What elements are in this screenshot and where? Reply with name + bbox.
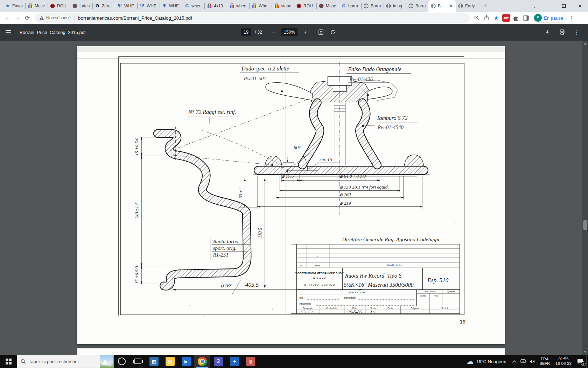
search-highlight-image[interactable] [100, 355, 113, 368]
address-bar: ← → ⟳ Non sécurisé borraniamericas.com/B… [0, 12, 588, 24]
scroll-up-icon[interactable] [582, 41, 588, 46]
tray-app-icon[interactable] [519, 355, 528, 368]
fit-page-icon[interactable] [317, 28, 325, 36]
tab-15-borra[interactable]: Gborra [339, 0, 361, 12]
app-photos-2-icon: ✦ [230, 357, 239, 366]
globe-icon [408, 3, 414, 9]
omnibox[interactable]: Non sécurisé borraniamericas.com/Borrani… [34, 13, 470, 23]
close-button[interactable]: ✕ [572, 0, 588, 12]
back-button[interactable]: ← [3, 13, 13, 23]
volume-icon[interactable] [528, 355, 537, 368]
tab-5-whe[interactable]: ΨWHE [115, 0, 137, 12]
task-view-button[interactable] [130, 355, 146, 368]
tb-n: N. [300, 264, 303, 267]
tab-9-4x13[interactable]: 4x13 [204, 0, 227, 12]
language-indicator[interactable]: FRA BEFR [537, 357, 553, 366]
taskbar-app-media-button[interactable]: ▶ [178, 355, 194, 368]
browser-menu-icon[interactable]: ⋮ [567, 15, 576, 21]
tab-17-imag[interactable]: imag [384, 0, 406, 12]
google-icon: G [184, 3, 190, 9]
label-raggi: N° 72 Raggi est. rinf. [188, 109, 236, 115]
tab-11-whe[interactable]: Whe [249, 0, 272, 12]
show-desktop-button[interactable] [586, 355, 588, 368]
minimize-button[interactable] [540, 0, 556, 12]
dim-17-5: ⌀ 17.5 [282, 173, 294, 179]
app-paint-icon: ◍ [246, 357, 255, 366]
tab-2-rou[interactable]: ROU [48, 0, 70, 12]
tb-scala: Scala [370, 307, 376, 309]
tab-8-whee[interactable]: Gwhee [182, 0, 204, 12]
print-icon[interactable] [558, 28, 566, 36]
browser-window: ★FavorMaseROULatesΘZeroΨWHEΨWHEΨWHEGwhee… [0, 0, 588, 355]
tb-company-2: M I L A N O [313, 277, 326, 280]
tab-7-whe[interactable]: ΨWHE [160, 0, 182, 12]
scrollbar-thumb[interactable] [583, 220, 587, 230]
side-panel-icon[interactable] [521, 13, 531, 23]
tb-esp: Esp. 510 [427, 277, 448, 284]
zoom-level[interactable]: 150% [281, 28, 298, 36]
taskbar-app-teams-button[interactable]: ᘏ [210, 355, 226, 368]
windows-logo-icon [6, 359, 12, 364]
pdf-scrollbar[interactable] [582, 41, 588, 355]
taskbar-app-paint-button[interactable]: ◍ [243, 355, 259, 368]
tab-1-mase[interactable]: Mase [25, 0, 48, 12]
tab-search-chevron-icon[interactable]: ⌄ [529, 1, 540, 11]
zoom-icon[interactable] [472, 13, 482, 23]
taskbar-clock[interactable]: 01:55 16-06-22 [553, 357, 574, 366]
tab-label: Zero [102, 4, 113, 8]
taskbar-file-explorer-button[interactable]: ▤ [162, 355, 178, 368]
extensions-puzzle-icon[interactable] [511, 13, 521, 23]
tab-4-zero[interactable]: ΘZero [92, 0, 115, 12]
scroll-down-icon[interactable] [582, 349, 588, 355]
tab-12-stanc[interactable]: stanc [272, 0, 294, 12]
weather-widget[interactable]: ☁ 19°C Nuageux [463, 357, 510, 366]
dim-130: ⌀ 130 ±0.1 n°4 fori equid. [340, 184, 389, 190]
taskbar-search-input[interactable]: Taper ici pour rechercher [17, 355, 114, 368]
tab-14-mase[interactable]: Mase [316, 0, 339, 12]
bookmark-star-icon[interactable]: ★ [491, 13, 501, 23]
tab-18-borra[interactable]: Borra [406, 0, 428, 12]
forward-button[interactable]: → [13, 13, 22, 23]
drawing-annotations: Dado spec. a 2 alette Rw.01-501 Falso Da… [134, 66, 466, 325]
taskbar-app-photos-button[interactable]: ◩ [146, 355, 162, 368]
profile-chip[interactable]: S En pause [533, 13, 567, 23]
start-button[interactable] [0, 355, 17, 368]
app-media-icon: ▶ [182, 357, 191, 366]
taskbar-chrome-button[interactable] [194, 355, 210, 368]
taskbar-app-photos-2-button[interactable]: ✦ [226, 355, 243, 368]
reload-button[interactable]: ⟳ [22, 13, 32, 23]
tab-3-lates[interactable]: Lates [70, 0, 92, 12]
pdf-more-icon[interactable]: ⋮ [573, 28, 581, 36]
zoom-in-button[interactable]: + [301, 28, 309, 36]
new-tab-button[interactable]: + [480, 1, 490, 11]
tab-10-whee[interactable]: whee [227, 0, 249, 12]
tab-label: whee [236, 4, 247, 8]
tab-0-favor[interactable]: ★Favor [3, 0, 25, 12]
tab-label: WHE [169, 4, 180, 8]
tab-20-early[interactable]: Early [456, 0, 478, 12]
tab-16-borra[interactable]: Borra [361, 0, 384, 12]
tray-chevron-icon[interactable] [510, 355, 519, 368]
tb-trattamento: Trattamento i [299, 302, 313, 305]
trident-icon: Ψ [162, 3, 167, 9]
tab-19-b[interactable]: B✕ [428, 0, 456, 12]
tb-grezzo: Grezzo [420, 295, 426, 297]
page-number-input[interactable]: 19 [241, 28, 251, 36]
tab-label: WHE [124, 4, 135, 8]
rotate-icon[interactable] [329, 28, 337, 36]
cortana-button[interactable] [114, 355, 130, 368]
tab-close-icon[interactable]: ✕ [448, 3, 454, 9]
tab-13-rou[interactable]: ROU [294, 0, 316, 12]
security-warning[interactable]: Non sécurisé [39, 15, 71, 20]
pdf-menu-icon[interactable] [0, 30, 17, 34]
maximize-button[interactable] [556, 0, 572, 12]
tab-6-whe[interactable]: ΨWHE [137, 0, 160, 12]
share-icon[interactable] [482, 13, 491, 23]
pdf-viewer-area[interactable]: Dado spec. a 2 alette Rw.01-501 Falso Da… [0, 41, 588, 355]
zoom-out-button[interactable]: − [270, 28, 278, 36]
download-icon[interactable] [543, 28, 552, 36]
wheel-dark-icon [318, 3, 324, 9]
tb-materiale: M a t e r i a l e [349, 291, 365, 294]
notification-center-button[interactable]: 3 [574, 355, 586, 368]
adblock-extension-icon[interactable]: ABP [501, 13, 511, 23]
